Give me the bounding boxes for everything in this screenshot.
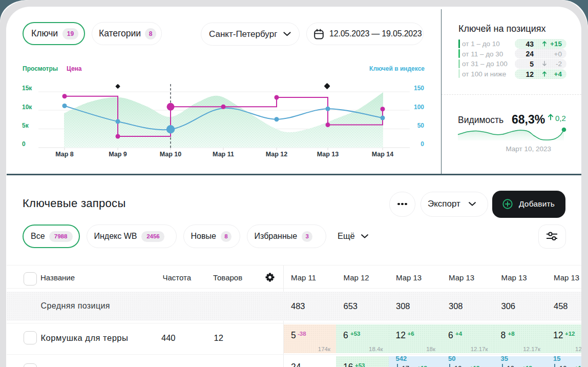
svg-text:Мар 10: Мар 10 (160, 151, 182, 158)
svg-text:Мар 8: Мар 8 (55, 151, 74, 158)
svg-text:50: 50 (417, 122, 425, 129)
svg-text:Мар 11: Мар 11 (213, 151, 234, 158)
svg-text:Мар 13: Мар 13 (317, 151, 339, 158)
svg-text:0: 0 (421, 140, 424, 148)
svg-text:Мар 9: Мар 9 (109, 151, 127, 158)
svg-text:Мар 12: Мар 12 (266, 151, 288, 158)
svg-text:100: 100 (414, 104, 424, 111)
svg-text:5к: 5к (22, 122, 29, 129)
svg-text:10к: 10к (22, 104, 32, 111)
svg-text:0: 0 (22, 140, 26, 148)
svg-text:Мар 14: Мар 14 (372, 151, 394, 158)
svg-text:150: 150 (414, 85, 424, 92)
svg-text:15к: 15к (22, 85, 32, 92)
